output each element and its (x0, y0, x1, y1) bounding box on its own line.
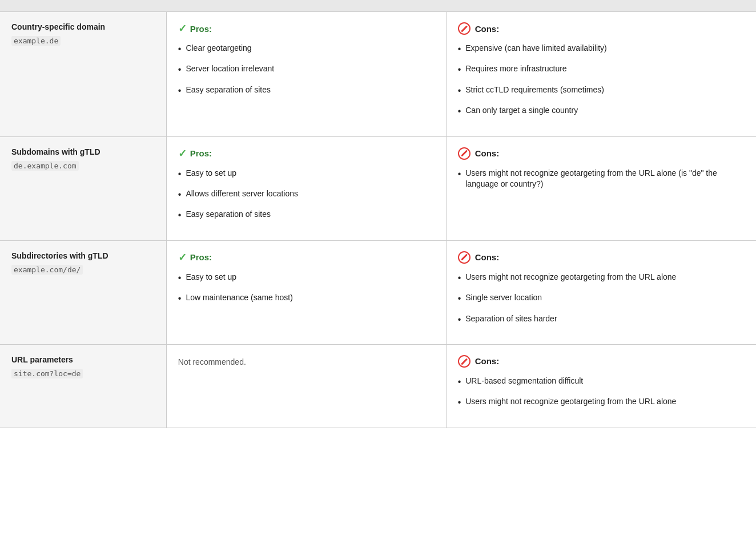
type-name: Country-specific domain (11, 22, 155, 31)
list-item: Easy to set up (178, 168, 435, 180)
cons-cell-country-domain: Cons: Expensive (can have limited availa… (446, 12, 756, 136)
cons-label: Cons: (475, 252, 500, 262)
cons-list: URL-based segmentation difficultUsers mi… (458, 376, 745, 409)
list-item: Server location irrelevant (178, 63, 435, 76)
cons-list: Users might not recognize geotargeting f… (458, 272, 745, 326)
cons-header: Cons: (458, 22, 745, 35)
pros-header: ✓ Pros: (178, 147, 435, 160)
list-item: Easy to set up (178, 272, 435, 284)
type-example: example.com/de/ (11, 265, 83, 275)
list-item: URL-based segmentation difficult (458, 376, 745, 388)
no-icon (458, 251, 471, 264)
no-icon (458, 147, 471, 160)
not-recommended: Not recommended. (178, 355, 435, 366)
pros-list: Easy to set upLow maintenance (same host… (178, 272, 435, 305)
type-cell-subdirectories-gtld: Subdirectories with gTLD example.com/de/ (0, 240, 166, 344)
pros-header: ✓ Pros: (178, 251, 435, 264)
list-item: Requires more infrastructure (458, 63, 745, 76)
pros-list: Easy to set upAllows different server lo… (178, 168, 435, 222)
pros-header: ✓ Pros: (178, 22, 435, 35)
cons-list: Expensive (can have limited availability… (458, 43, 745, 118)
pros-cell-url-parameters: Not recommended. (166, 344, 446, 428)
cons-cell-url-parameters: Cons: URL-based segmentation difficultUs… (446, 344, 756, 428)
table-title (0, 0, 756, 12)
type-name: Subdirectories with gTLD (11, 251, 155, 260)
list-item: Clear geotargeting (178, 43, 435, 55)
cons-list: Users might not recognize geotargeting f… (458, 168, 745, 190)
check-icon: ✓ (178, 251, 187, 264)
cons-label: Cons: (475, 24, 500, 34)
type-example: de.example.com (11, 161, 79, 171)
pros-cell-subdirectories-gtld: ✓ Pros: Easy to set upLow maintenance (s… (166, 240, 446, 344)
list-item: Users might not recognize geotargeting f… (458, 272, 745, 284)
type-cell-subdomains-gtld: Subdomains with gTLD de.example.com (0, 136, 166, 240)
cons-cell-subdirectories-gtld: Cons: Users might not recognize geotarge… (446, 240, 756, 344)
page-wrapper: Country-specific domain example.de ✓ Pro… (0, 0, 756, 548)
list-item: Can only target a single country (458, 105, 745, 118)
cons-label: Cons: (475, 356, 500, 366)
cons-header: Cons: (458, 147, 745, 160)
list-item: Low maintenance (same host) (178, 292, 435, 305)
type-example: example.de (11, 36, 61, 46)
cons-label: Cons: (475, 148, 500, 158)
pros-cell-subdomains-gtld: ✓ Pros: Easy to set upAllows different s… (166, 136, 446, 240)
list-item: Expensive (can have limited availability… (458, 43, 745, 55)
cons-header: Cons: (458, 355, 745, 368)
list-item: Easy separation of sites (178, 209, 435, 221)
check-icon: ✓ (178, 147, 187, 160)
pros-label: Pros: (190, 24, 212, 34)
type-cell-country-domain: Country-specific domain example.de (0, 12, 166, 136)
list-item: Allows different server locations (178, 188, 435, 201)
no-icon (458, 355, 471, 368)
no-icon (458, 22, 471, 35)
type-name: URL parameters (11, 355, 155, 364)
cons-cell-subdomains-gtld: Cons: Users might not recognize geotarge… (446, 136, 756, 240)
type-example: site.com?loc=de (11, 369, 83, 378)
list-item: Strict ccTLD requirements (sometimes) (458, 84, 745, 97)
list-item: Easy separation of sites (178, 84, 435, 97)
list-item: Single server location (458, 292, 745, 305)
pros-label: Pros: (190, 252, 212, 262)
list-item: Users might not recognize geotargeting f… (458, 396, 745, 409)
pros-list: Clear geotargetingServer location irrele… (178, 43, 435, 97)
list-item: Users might not recognize geotargeting f… (458, 168, 745, 190)
type-name: Subdomains with gTLD (11, 147, 155, 156)
cons-header: Cons: (458, 251, 745, 264)
list-item: Separation of sites harder (458, 313, 745, 326)
pros-cell-country-domain: ✓ Pros: Clear geotargetingServer locatio… (166, 12, 446, 136)
pros-label: Pros: (190, 148, 212, 158)
check-icon: ✓ (178, 22, 187, 35)
comparison-table: Country-specific domain example.de ✓ Pro… (0, 12, 756, 428)
type-cell-url-parameters: URL parameters site.com?loc=de (0, 344, 166, 428)
